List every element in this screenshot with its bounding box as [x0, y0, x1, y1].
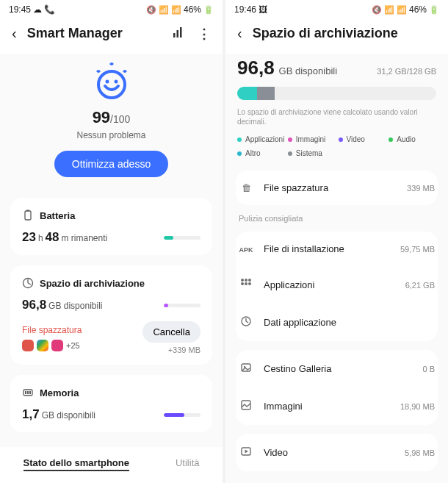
- optimize-button[interactable]: Ottimizza adesso: [54, 151, 168, 177]
- status-bar: 19:46 🖼 🔇 📶 📶 46% 🔋: [225, 0, 448, 18]
- status-bar: 19:45 ☁ 📞 🔇 📶 📶 46% 🔋: [0, 0, 223, 18]
- screenshot-icon: 🖼: [259, 4, 267, 15]
- cleanup-list: APKFile di installazione59,75 MBApplicaz…: [236, 232, 438, 341]
- storage-legend: ApplicazioniImmaginiVideoAudioAltroSiste…: [237, 135, 436, 157]
- smart-manager-screen: 19:45 ☁ 📞 🔇 📶 📶 46% 🔋 ‹ Smart Manager ⋮: [0, 0, 223, 483]
- storage-icon: [22, 277, 34, 289]
- bottom-tabs: Stato dello smartphone Utilità: [0, 447, 223, 483]
- svg-rect-12: [29, 391, 31, 394]
- legend-item: Sistema: [288, 149, 336, 157]
- svg-point-14: [245, 279, 248, 282]
- storage-label: Spazio di archiviazione: [40, 278, 145, 289]
- storage-card[interactable]: Spazio di archiviazione 96,8GB disponibi…: [10, 265, 212, 365]
- battery-bar: [164, 236, 200, 240]
- status-battery: 46%: [409, 4, 427, 15]
- signal-icon: 📶: [171, 5, 181, 15]
- image-icon: [239, 399, 253, 413]
- page-title: Spazio di archiviazione: [253, 26, 436, 41]
- storage-total: 31,2 GB/128 GB: [377, 67, 436, 76]
- storage-usage-bar: [237, 87, 436, 100]
- list-item[interactable]: Cestino Galleria0 B: [236, 350, 438, 387]
- media-list: Cestino Galleria0 BImmagini18,90 MB: [236, 350, 438, 425]
- score-section: 99/100 Nessun problema Ottimizza adesso: [10, 54, 212, 187]
- legend-item: Video: [339, 135, 386, 143]
- more-icon[interactable]: ⋮: [198, 26, 211, 42]
- trash-icon: 🗑: [239, 182, 253, 193]
- score-value: 99/100: [10, 108, 212, 127]
- legend-item: Applicazioni: [237, 135, 285, 143]
- list-item[interactable]: Dati applicazione: [236, 304, 438, 341]
- list-item[interactable]: Video5,98 MB: [236, 434, 438, 471]
- clear-junk-button[interactable]: Cancella: [142, 321, 200, 343]
- grid-icon: [239, 278, 253, 292]
- svg-rect-1: [177, 30, 179, 37]
- svg-point-18: [248, 282, 251, 285]
- app-dot-icon: [37, 340, 48, 351]
- svg-point-13: [241, 279, 244, 282]
- mute-icon: 🔇: [146, 5, 156, 15]
- legend-item: Audio: [389, 135, 436, 143]
- list-item[interactable]: Applicazioni6,21 GB: [236, 266, 438, 304]
- header: ‹ Spazio di archiviazione: [225, 18, 448, 54]
- header: ‹ Smart Manager ⋮: [0, 18, 223, 54]
- svg-rect-11: [27, 391, 29, 394]
- status-time: 19:45: [9, 4, 31, 15]
- storage-screen: 19:46 🖼 🔇 📶 📶 46% 🔋 ‹ Spazio di archivia…: [225, 0, 448, 483]
- memory-card[interactable]: Memoria 1,7GB disponibili: [10, 375, 212, 432]
- svg-rect-6: [25, 211, 31, 220]
- app-dot-icon: [51, 340, 63, 351]
- legend-item: Immagini: [288, 135, 336, 143]
- svg-point-15: [248, 279, 251, 282]
- memory-label: Memoria: [40, 387, 79, 398]
- storage-summary: 96,8 GB disponibili 31,2 GB/128 GB Lo sp…: [236, 54, 438, 165]
- tab-status[interactable]: Stato dello smartphone: [24, 457, 129, 471]
- battery-label: Batteria: [40, 210, 75, 221]
- media-list-2: Video5,98 MB: [236, 434, 438, 471]
- storage-free-unit: GB disponibili: [279, 65, 338, 76]
- score-subtitle: Nessun problema: [10, 130, 212, 140]
- junk-label: File spazzatura: [22, 325, 82, 335]
- memory-value: 1,7GB disponibili: [22, 407, 95, 422]
- junk-apps: +25: [22, 340, 82, 351]
- storage-free-value: 96,8: [237, 57, 275, 79]
- wifi-icon: 📶: [159, 5, 169, 15]
- list-item[interactable]: APKFile di installazione59,75 MB: [236, 232, 438, 266]
- junk-size: +339 MB: [142, 346, 200, 354]
- battery-icon: 🔋: [429, 5, 439, 15]
- back-icon[interactable]: ‹: [12, 25, 17, 42]
- storage-bar: [164, 304, 200, 307]
- battery-card[interactable]: Batteria 23h 48m rimanenti: [10, 198, 212, 255]
- memory-bar: [164, 413, 200, 417]
- svg-point-16: [241, 282, 244, 285]
- svg-point-4: [105, 80, 109, 84]
- list-item[interactable]: Immagini18,90 MB: [236, 387, 438, 425]
- mute-icon: 🔇: [372, 5, 382, 15]
- happy-face-icon: [89, 61, 134, 101]
- svg-point-3: [98, 71, 125, 98]
- gallery-icon: [239, 362, 253, 376]
- memory-icon: [22, 387, 34, 398]
- storage-value: 96,8GB disponibili: [22, 298, 102, 312]
- status-time: 19:46: [234, 4, 256, 15]
- svg-point-5: [114, 80, 118, 84]
- cleanup-section-title: Pulizia consigliata: [236, 205, 438, 226]
- back-icon[interactable]: ‹: [237, 25, 242, 42]
- chart-icon[interactable]: [173, 27, 184, 40]
- call-icon: 📞: [44, 4, 55, 15]
- wifi-icon: 📶: [384, 5, 394, 15]
- svg-point-17: [245, 282, 248, 285]
- APK-icon: APK: [239, 243, 253, 254]
- battery-value: 23h 48m rimanenti: [22, 230, 107, 245]
- clock-icon: [239, 315, 253, 329]
- signal-icon: 📶: [397, 5, 407, 15]
- svg-rect-7: [26, 210, 29, 212]
- status-battery: 46%: [184, 4, 201, 15]
- svg-rect-10: [25, 391, 26, 394]
- video-icon: [239, 446, 253, 459]
- storage-note: Lo spazio di archiviazione viene calcola…: [237, 107, 436, 126]
- legend-item: Altro: [237, 149, 285, 157]
- tab-utility[interactable]: Utilità: [176, 457, 200, 471]
- battery-icon: 🔋: [203, 5, 214, 15]
- trash-item[interactable]: 🗑 File spazzatura 339 MB: [236, 171, 438, 205]
- app-dot-icon: [22, 340, 34, 351]
